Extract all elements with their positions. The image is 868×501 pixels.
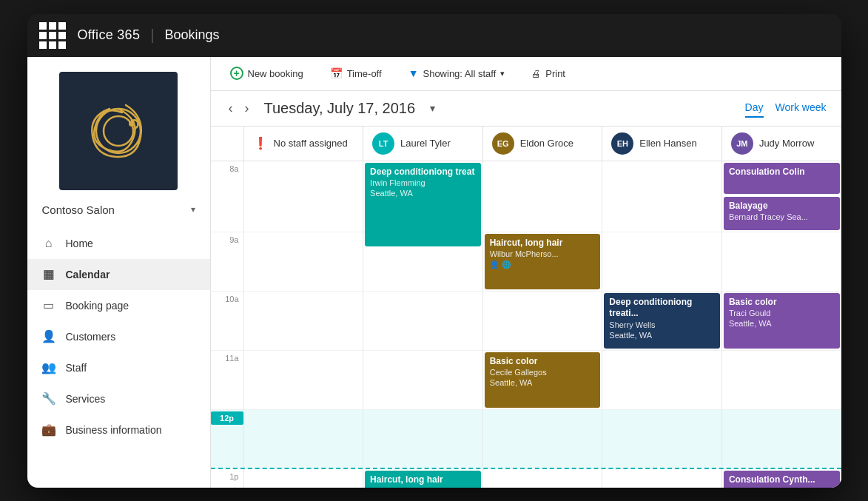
sidebar-item-calendar[interactable]: ▦ Calendar (27, 259, 210, 290)
staff-icon: 👥 (42, 361, 55, 374)
filter-chevron-icon: ▾ (500, 69, 505, 78)
cell-1p-4: Consulation Cynth... (721, 469, 841, 488)
showing-label: Showing: All staff (423, 68, 496, 79)
staff-unassigned: ❗ No staff assigned (243, 127, 363, 161)
sidebar-item-booking-page[interactable]: ▭ Booking page (27, 290, 210, 321)
time-label-10a: 10a (211, 292, 243, 350)
cell-8a-4: Consulation Colin Balayage Bernard Trace… (721, 161, 841, 232)
cell-12p-4 (721, 410, 841, 468)
home-icon: ⌂ (42, 237, 55, 250)
nav-label-staff: Staff (66, 362, 87, 374)
prev-button[interactable]: ‹ (226, 98, 236, 119)
initials-lt: LT (379, 139, 388, 148)
briefcase-icon: 💼 (42, 423, 55, 437)
booking-haircut-lt-1p[interactable]: Haircut, long hair Lourdes Knox Seattl..… (365, 471, 481, 488)
svg-point-0 (78, 90, 159, 172)
sidebar-item-home[interactable]: ⌂ Home (27, 228, 210, 259)
sidebar-item-customers[interactable]: 👤 Customers (27, 321, 210, 352)
cell-10a-1 (363, 292, 482, 350)
initials-eg: EG (497, 139, 509, 148)
top-bar: Office 365 | Bookings (27, 14, 841, 57)
print-label: Print (545, 68, 565, 79)
nav-label-customers: Customers (66, 331, 116, 343)
booking-deep-eh[interactable]: Deep conditioniong treati... Sherry Well… (604, 293, 720, 349)
avatar-eh: EH (611, 132, 633, 155)
nav-label-business-info: Business information (66, 424, 162, 436)
waffle-icon[interactable] (39, 22, 66, 49)
customers-icon: 👤 (42, 330, 55, 343)
cell-11a-3 (602, 351, 721, 409)
cell-10a-3: Deep conditioniong treati... Sherry Well… (602, 292, 721, 350)
main-container: Contoso Salon ▾ ⌂ Home ▦ Calendar ▭ Book… (27, 57, 841, 488)
sidebar-item-services[interactable]: 🔧 Services (27, 383, 210, 414)
app-name: Bookings (164, 27, 219, 43)
cell-11a-4 (721, 351, 841, 409)
tab-day[interactable]: Day (745, 98, 764, 118)
cell-11a-0 (243, 351, 363, 409)
cell-8a-1: Deep conditioniong treat Irwin Flemming … (363, 161, 482, 232)
time-off-button[interactable]: 📅 Time-off (326, 64, 386, 82)
tab-work-week[interactable]: Work week (776, 98, 827, 118)
business-name-label: Contoso Salon (42, 204, 115, 216)
time-label-8a: 8a (211, 161, 243, 232)
print-icon: 🖨 (531, 68, 541, 79)
time-label-9a: 9a (211, 232, 243, 291)
cell-10a-4: Basic color Traci Gould Seattle, WA (721, 292, 841, 350)
booking-basic-eg[interactable]: Basic color Cecile Gallegos Seattle, WA (485, 352, 601, 408)
avatar-eg: EG (492, 132, 514, 155)
cell-9a-1 (363, 232, 482, 291)
business-chevron-icon: ▾ (191, 204, 195, 215)
staff-jm-label: Judy Morrow (759, 138, 814, 149)
booking-consulation-jm-1p[interactable]: Consulation Cynth... (724, 471, 840, 488)
calendar-nav: ‹ › Tuesday, July 17, 2016 ▾ (226, 98, 436, 119)
time-off-icon: 📅 (330, 67, 343, 79)
business-name-selector[interactable]: Contoso Salon ▾ (27, 198, 210, 228)
time-off-label: Time-off (347, 68, 382, 79)
time-label-1p: 1p (211, 469, 243, 488)
sidebar-nav: ⌂ Home ▦ Calendar ▭ Booking page 👤 Custo… (27, 228, 210, 488)
cell-12p-2 (482, 410, 602, 468)
monitor-icon: ▭ (42, 299, 55, 312)
nav-label-home: Home (66, 238, 93, 249)
avatar-lt: LT (372, 132, 394, 155)
cell-1p-3 (602, 469, 721, 488)
initials-jm: JM (736, 139, 747, 148)
cell-12p-3 (602, 410, 721, 468)
view-tabs: Day Work week (745, 98, 827, 118)
cell-9a-2: Haircut, long hair Wilbur McPherso... 👤 … (482, 232, 602, 291)
cell-11a-1 (363, 351, 482, 409)
filter-icon: ▼ (408, 67, 419, 79)
cell-12p-1 (363, 410, 482, 468)
calendar-date-label: Tuesday, July 17, 2016 (264, 100, 416, 117)
business-logo (59, 72, 178, 190)
sidebar-item-staff[interactable]: 👥 Staff (27, 352, 210, 383)
booking-haircut-eg[interactable]: Haircut, long hair Wilbur McPherso... 👤 … (485, 234, 601, 289)
filter-button[interactable]: ▼ Showing: All staff ▾ (404, 64, 510, 82)
next-button[interactable]: › (242, 98, 252, 119)
staff-jm: JM Judy Morrow (721, 127, 841, 161)
new-booking-button[interactable]: + New booking (226, 64, 308, 83)
calendar-icon: ▦ (42, 268, 55, 281)
nav-label-booking-page: Booking page (66, 300, 129, 312)
cell-9a-3 (602, 232, 721, 291)
cell-12p-0 (243, 410, 363, 468)
nav-label-calendar: Calendar (66, 269, 110, 280)
time-row-9a: 9a Haircut, long hair Wilbur McPherso...… (211, 232, 841, 292)
booking-consulation-jm[interactable]: Consulation Colin (724, 163, 840, 194)
cell-1p-0 (243, 469, 363, 488)
sidebar-item-business-info[interactable]: 💼 Business information (27, 414, 210, 445)
booking-basic-jm[interactable]: Basic color Traci Gould Seattle, WA (724, 293, 840, 349)
time-row-11a: 11a Basic color Cecile Gallegos Seattle,… (211, 351, 841, 410)
calendar-grid: ❗ No staff assigned LT Laurel Tyler EG (211, 127, 841, 488)
cell-1p-2 (482, 469, 602, 488)
print-button[interactable]: 🖨 Print (527, 65, 570, 82)
calendar-header: ‹ › Tuesday, July 17, 2016 ▾ Day Work we… (211, 91, 841, 127)
warning-icon: ❗ (253, 136, 268, 150)
time-row-1p: 1p Haircut, long hair Lourdes Knox Seatt… (211, 469, 841, 488)
avatar-jm: JM (731, 132, 753, 155)
title-separator: | (150, 27, 154, 44)
nav-label-services: Services (66, 393, 106, 405)
sidebar: Contoso Salon ▾ ⌂ Home ▦ Calendar ▭ Book… (27, 57, 211, 488)
staff-row: ❗ No staff assigned LT Laurel Tyler EG (211, 127, 841, 161)
booking-balayage-jm[interactable]: Balayage Bernard Tracey Sea... (724, 197, 840, 230)
